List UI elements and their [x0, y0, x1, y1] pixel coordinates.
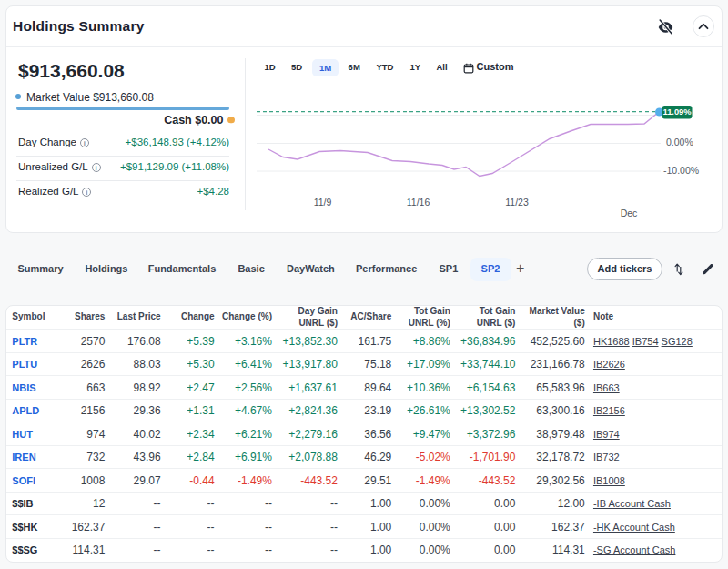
- svg-text:11/16: 11/16: [407, 197, 430, 208]
- svg-text:11/9: 11/9: [314, 197, 332, 208]
- svg-text:Dec: Dec: [621, 208, 638, 218]
- svg-text:-10.00%: -10.00%: [663, 165, 699, 176]
- svg-text:0.00%: 0.00%: [666, 137, 693, 147]
- svg-text:11/23: 11/23: [505, 197, 529, 208]
- svg-text:11.09%: 11.09%: [662, 107, 692, 117]
